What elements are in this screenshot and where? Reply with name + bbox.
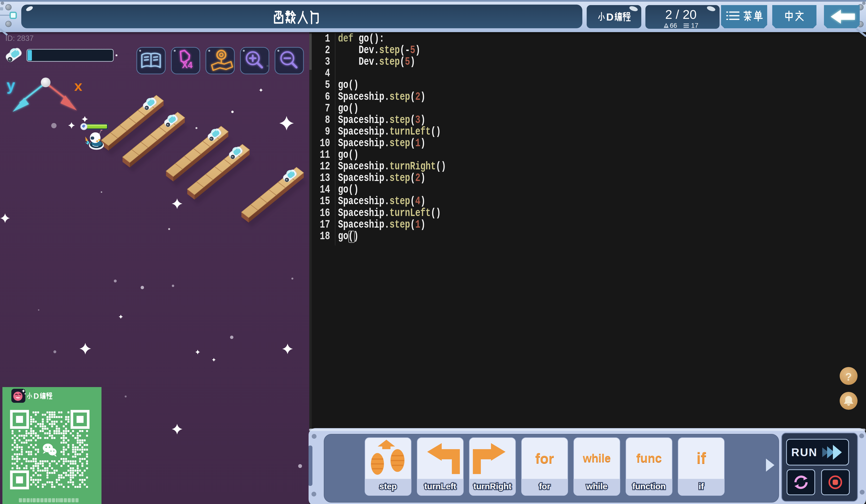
svg-text:X4: X4 (182, 60, 192, 70)
svg-text:66: 66 (670, 22, 677, 29)
svg-text:if: if (699, 482, 704, 491)
svg-text:?: ? (845, 371, 852, 383)
svg-text:if: if (696, 449, 706, 467)
svg-text:D: D (34, 392, 39, 400)
svg-text:step: step (379, 482, 397, 491)
svg-text:turnLeft: turnLeft (424, 482, 456, 491)
svg-text:function: function (632, 482, 666, 491)
svg-text:turnRight: turnRight (473, 482, 512, 491)
svg-text:x: x (74, 78, 82, 94)
svg-text:func: func (636, 451, 662, 465)
svg-text:RUN: RUN (791, 446, 818, 459)
svg-text:17: 17 (691, 22, 698, 29)
svg-text:for: for (539, 482, 551, 491)
svg-text:while: while (586, 482, 608, 491)
svg-text:y: y (7, 77, 15, 94)
svg-text:for: for (535, 450, 554, 466)
svg-text:2 / 20: 2 / 20 (665, 8, 697, 22)
svg-text:while: while (582, 452, 611, 464)
svg-text:D: D (606, 11, 613, 23)
